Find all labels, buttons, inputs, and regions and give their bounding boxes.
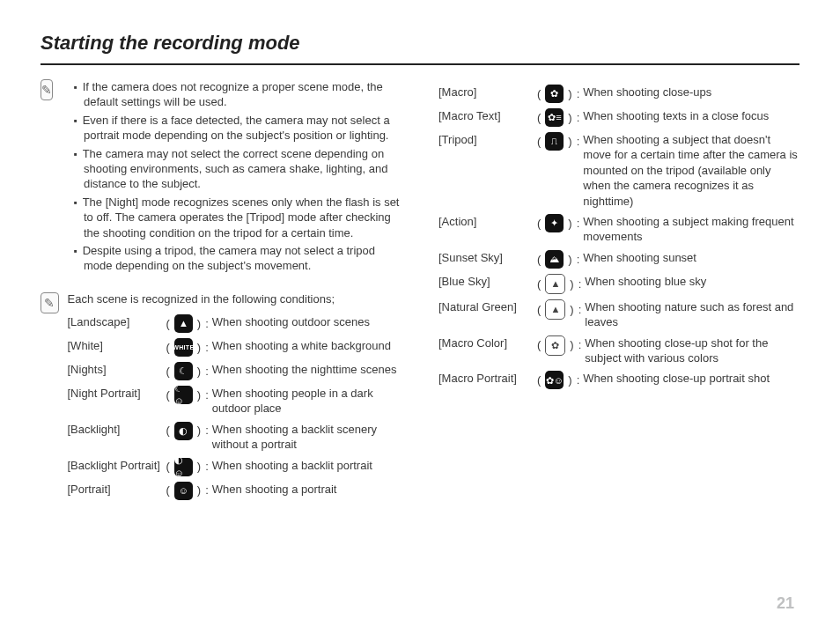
scene-icon: ▲ [174, 314, 193, 333]
title-rule [41, 63, 799, 65]
scene-row: [Backlight Portrait](◐☺) :When shooting … [68, 458, 402, 476]
scene-icon-group: (✿) : [537, 335, 581, 356]
scene-icon: ✦ [545, 214, 564, 232]
scene-row: [Macro](✿) :When shooting close-ups [438, 85, 799, 103]
scene-row: [Backlight](◐) :When shooting a backlit … [68, 422, 402, 453]
scene-name: [Blue Sky] [438, 274, 537, 289]
scene-name: [Tripod] [438, 132, 537, 147]
scene-description: When shooting close-up portrait shot [583, 371, 770, 386]
scene-description: When shooting a backlit scenery without … [212, 422, 402, 453]
page-title: Starting the recording mode [41, 32, 799, 55]
scene-icon: ✿≡ [545, 108, 564, 127]
scene-description: When shooting a subject that doesn't mov… [583, 132, 799, 209]
scene-row: [White](WHITE) :When shooting a white ba… [68, 338, 402, 357]
scene-row: [Sunset Sky](⛰) :When shooting sunset [438, 250, 799, 269]
scene-description: When shooting the nighttime scenes [212, 362, 397, 377]
scene-name: [Backlight Portrait] [68, 458, 166, 473]
scene-icon-group: (▲) : [537, 274, 581, 294]
tip-item: If the camera does not recognize a prope… [74, 79, 402, 110]
scene-icon-group: (✦) : [537, 214, 579, 232]
page-number: 21 [777, 594, 794, 613]
scene-name: [Macro Text] [438, 108, 537, 123]
tips-list: If the camera does not recognize a prope… [62, 79, 402, 276]
scene-description: When shooting people in a dark outdoor p… [212, 386, 402, 417]
tip-item: Even if there is a face detected, the ca… [74, 113, 402, 144]
tip-item: The [Night] mode recognizes scenes only … [74, 195, 402, 240]
scene-description: When shooting blue sky [585, 274, 706, 289]
scene-name: [Macro] [438, 85, 537, 100]
scene-name: [Sunset Sky] [438, 250, 537, 265]
scene-row: [Blue Sky](▲) :When shooting blue sky [438, 274, 799, 294]
scene-icon: ▲ [545, 274, 565, 294]
pencil-note-icon: ✎ [41, 79, 53, 100]
scene-icon: ✿☺ [545, 371, 564, 389]
scene-name: [Backlight] [68, 422, 166, 437]
scene-icon-group: (☾☺) : [166, 386, 209, 404]
scene-name: [Macro Portrait] [438, 371, 537, 386]
scene-icon-group: (▲) : [166, 314, 209, 333]
tip-item: The camera may not select the correct sc… [74, 146, 402, 192]
scene-description: When shooting close-ups [583, 85, 711, 100]
note-box-conditions: ✎ Each scene is recognized in the follow… [41, 292, 402, 505]
scene-row: [Natural Green](▲) :When shooting nature… [438, 299, 799, 330]
scene-list-left: [Landscape](▲) :When shooting outdoor sc… [68, 314, 402, 500]
scene-icon: ☾☺ [174, 386, 193, 404]
scene-description: When shooting sunset [583, 250, 696, 265]
conditions-content: Each scene is recognized in the followin… [68, 292, 402, 505]
scene-icon: ◐ [174, 422, 193, 440]
conditions-lead: Each scene is recognized in the followin… [68, 292, 402, 306]
scene-row: [Landscape](▲) :When shooting outdoor sc… [68, 314, 402, 333]
scene-row: [Tripod](⎍) :When shooting a subject tha… [438, 132, 799, 209]
scene-icon: ☺ [174, 482, 193, 500]
scene-name: [Night Portrait] [68, 386, 166, 401]
scene-row: [Portrait](☺) :When shooting a portrait [68, 482, 402, 500]
scene-icon: ✿ [545, 85, 564, 103]
scene-icon-group: (☾) : [166, 362, 209, 380]
scene-name: [Landscape] [68, 314, 166, 329]
scene-icon-group: (▲) : [537, 299, 581, 320]
scene-icon-group: (◐☺) : [166, 458, 209, 476]
scene-icon-group: (☺) : [166, 482, 209, 500]
scene-row: [Night Portrait](☾☺) :When shooting peop… [68, 386, 402, 417]
scene-name: [Natural Green] [438, 299, 537, 314]
scene-icon: ◐☺ [174, 458, 193, 476]
scene-icon: ✿ [545, 335, 565, 356]
right-column: [Macro](✿) :When shooting close-ups[Macr… [438, 79, 799, 521]
scene-description: When shooting a portrait [212, 482, 337, 497]
scene-description: When shooting nature such as forest and … [585, 299, 799, 330]
scene-description: When shooting a subject making frequent … [583, 214, 799, 245]
tip-item: Despite using a tripod, the camera may n… [74, 243, 402, 274]
scene-icon: ⎍ [545, 132, 564, 151]
scene-name: [Action] [438, 214, 537, 229]
scene-description: When shooting close-up shot for the subj… [585, 335, 799, 366]
scene-row: [Macro Color](✿) :When shooting close-up… [438, 335, 799, 366]
note-box-tips: ✎ If the camera does not recognize a pro… [41, 79, 402, 276]
scene-icon-group: (✿☺) : [537, 371, 579, 389]
scene-list-right: [Macro](✿) :When shooting close-ups[Macr… [438, 85, 799, 389]
scene-icon: ☾ [174, 362, 193, 380]
scene-icon-group: (WHITE) : [166, 338, 209, 357]
scene-row: [Action](✦) :When shooting a subject mak… [438, 214, 799, 245]
scene-icon-group: (◐) : [166, 422, 209, 440]
scene-name: [Portrait] [68, 482, 166, 497]
scene-icon-group: (✿) : [537, 85, 579, 103]
scene-row: [Nights](☾) :When shooting the nighttime… [68, 362, 402, 380]
left-column: ✎ If the camera does not recognize a pro… [41, 79, 402, 521]
scene-name: [White] [68, 338, 166, 353]
scene-description: When shooting a backlit portrait [212, 458, 372, 473]
two-column-layout: ✎ If the camera does not recognize a pro… [41, 79, 799, 521]
scene-row: [Macro Text](✿≡) :When shooting texts in… [438, 108, 799, 127]
scene-name: [Nights] [68, 362, 166, 377]
scene-icon-group: (⎍) : [537, 132, 579, 151]
scene-description: When shooting a white background [212, 338, 391, 353]
scene-icon: WHITE [174, 338, 193, 357]
scene-row: [Macro Portrait](✿☺) :When shooting clos… [438, 371, 799, 389]
scene-icon: ⛰ [545, 250, 564, 269]
scene-icon-group: (✿≡) : [537, 108, 579, 127]
scene-description: When shooting texts in a close focus [583, 108, 769, 123]
scene-description: When shooting outdoor scenes [212, 314, 370, 329]
scene-name: [Macro Color] [438, 335, 537, 350]
scene-icon: ▲ [545, 299, 565, 320]
pencil-note-icon: ✎ [41, 292, 59, 313]
scene-icon-group: (⛰) : [537, 250, 579, 269]
